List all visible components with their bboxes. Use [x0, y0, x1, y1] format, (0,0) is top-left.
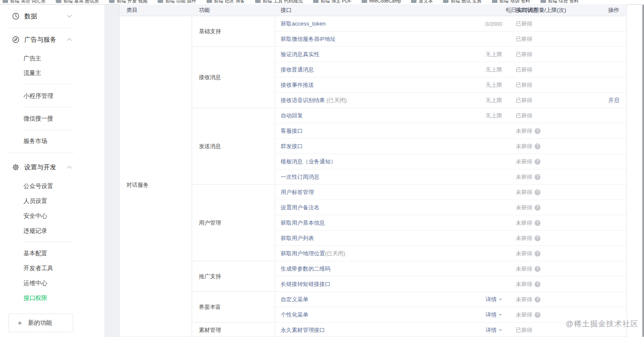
api-link[interactable]: 设置用户备注名: [281, 204, 319, 211]
table-row: 一次性订阅消息未获得?: [275, 169, 627, 185]
bookmark-label: 前端 开发 视频: [117, 0, 147, 4]
sidebar-item-violation-records[interactable]: 违规记录: [0, 226, 104, 236]
api-link[interactable]: 获取access_token: [281, 20, 326, 28]
bookmark-item[interactable]: 前端 基英 面试类: [56, 0, 99, 4]
bookmark-item[interactable]: 前端 开发 视频: [109, 0, 147, 4]
sidebar-item-mini-program-management[interactable]: 小程序管理: [0, 91, 104, 101]
bookmark-item[interactable]: 前端 工具 代码规范: [255, 0, 303, 4]
sidebar-item-staff-settings[interactable]: 人员设置: [0, 197, 104, 206]
bookmark-item[interactable]: 前端 社区 博客: [207, 0, 245, 4]
sidebar-item-wechat-search[interactable]: 微信搜一搜: [0, 114, 104, 123]
detail-dropdown[interactable]: 详情: [486, 296, 502, 303]
status-text: 未获得: [516, 219, 532, 227]
table-row: 自动回复无上限已获得: [275, 108, 627, 123]
bookmark-label: 前端 综合 资料: [548, 0, 579, 4]
api-link[interactable]: 生成带参数的二维码: [281, 265, 331, 273]
api-link[interactable]: 自动回复: [281, 112, 303, 120]
sidebar-section-data[interactable]: 数据: [0, 11, 104, 21]
help-icon[interactable]: ?: [535, 235, 540, 241]
api-link[interactable]: 用户标签管理: [281, 188, 314, 196]
table-header-row: 类目 功能 接口 每日实时调用量/上限(次)? 接口状态 操作: [120, 4, 627, 16]
api-name: 长链接转短链接接口: [281, 281, 331, 287]
api-link[interactable]: 验证消息真实性: [281, 51, 319, 58]
plus-icon: ＋: [16, 319, 23, 326]
bookmark-item[interactable]: 前端 博主 PDF: [313, 0, 351, 4]
caret-down-icon: [499, 314, 502, 317]
api-link[interactable]: 获取微信服务器IP地址: [281, 35, 336, 43]
api-link[interactable]: 自定义菜单: [281, 296, 308, 303]
sidebar-item-ops-center[interactable]: 运维中心: [0, 279, 104, 288]
table-row: 设置用户备注名未获得?: [275, 200, 627, 215]
folder-icon: [255, 0, 261, 3]
api-link[interactable]: 接收事件推送: [281, 81, 314, 89]
api-link[interactable]: 获取用户列表: [281, 234, 314, 242]
table-row: 模板消息（业务通知）未获得?: [275, 154, 627, 169]
api-link[interactable]: 获取用户基本信息: [281, 219, 325, 227]
api-name: 获取用户基本信息: [281, 220, 325, 226]
api-name: 获取用户列表: [281, 235, 314, 241]
sidebar-item-service-market[interactable]: 服务市场: [0, 137, 104, 146]
api-closed-suffix: (已关闭): [325, 97, 347, 103]
help-icon[interactable]: ?: [535, 281, 540, 287]
bookmark-item[interactable]: 前端 综合 资料: [540, 0, 579, 4]
api-link[interactable]: 一次性订阅消息: [281, 173, 319, 181]
bookmark-item[interactable]: 前端 功能 插件: [158, 0, 196, 4]
help-icon[interactable]: ?: [535, 189, 540, 195]
detail-dropdown[interactable]: 详情: [486, 311, 502, 319]
bookmark-item[interactable]: 前端 培训 资料: [492, 0, 530, 4]
api-link[interactable]: 接收语音识别结果 (已关闭): [281, 97, 347, 104]
help-icon[interactable]: ?: [535, 128, 540, 134]
sidebar-item-traffic-owner[interactable]: 流量主: [0, 69, 104, 78]
enable-link[interactable]: 开启: [608, 97, 619, 104]
help-icon[interactable]: ?: [535, 205, 540, 211]
sidebar-divider: [23, 84, 74, 84]
bookmark-label: 前端 英语 词汇类: [10, 0, 46, 4]
detail-dropdown[interactable]: 详情: [486, 326, 502, 334]
folder-icon: [207, 0, 212, 3]
bookmark-item[interactable]: freeCodeCamp: [362, 0, 401, 4]
api-link[interactable]: 接收普通消息: [281, 66, 314, 74]
api-name: 自定义菜单: [281, 296, 308, 303]
sidebar-section-settings-dev[interactable]: 设置与开发: [0, 162, 104, 172]
table-row: 获取用户列表未获得?: [275, 231, 627, 246]
help-icon[interactable]: ?: [507, 7, 513, 13]
status-text: 已获得: [516, 51, 532, 58]
sidebar-item-account-settings[interactable]: 公众号设置: [0, 182, 104, 191]
api-link[interactable]: 群发接口: [281, 143, 303, 150]
bookmark-item[interactable]: 前端 英语 词汇类: [3, 0, 46, 4]
bookmark-label: freeCodeCamp: [369, 0, 401, 3]
new-feature-button[interactable]: ＋新的功能: [9, 314, 73, 332]
bookmark-label: 前端 培训 资料: [500, 0, 530, 4]
sidebar-item-api-permission[interactable]: 接口权限: [0, 294, 104, 303]
table-row: 客服接口未获得?: [275, 123, 627, 139]
function-column: 基础支持接收消息发送消息用户管理推广支持界面丰富素材管理: [192, 16, 275, 337]
api-link[interactable]: 长链接转短链接接口: [281, 280, 331, 288]
help-icon[interactable]: ?: [535, 251, 540, 257]
status-text: 未获得: [516, 234, 532, 242]
bookmark-item[interactable]: 前端 面试 宝典: [443, 0, 481, 4]
help-icon[interactable]: ?: [535, 266, 540, 272]
help-icon[interactable]: ?: [535, 220, 540, 226]
api-link[interactable]: 永久素材管理接口: [281, 326, 325, 334]
status-badge: 未获得?: [516, 265, 540, 273]
help-icon[interactable]: ?: [535, 159, 540, 165]
api-link[interactable]: 个性化菜单: [281, 311, 308, 319]
api-link[interactable]: 获取用户地理位置(已关闭): [281, 250, 345, 257]
sidebar-item-security-center[interactable]: 安全中心: [0, 211, 104, 221]
status-badge: 未获得?: [516, 173, 540, 181]
detail-label: 详情: [486, 296, 497, 303]
help-icon[interactable]: ?: [535, 174, 540, 180]
help-icon[interactable]: ?: [535, 312, 540, 318]
bookmark-item[interactable]: 富文本: [411, 0, 433, 4]
help-icon[interactable]: ?: [535, 297, 540, 303]
status-badge: 未获得?: [516, 188, 540, 196]
sidebar-item-basic-config[interactable]: 基本配置: [0, 249, 104, 258]
api-link[interactable]: 客服接口: [281, 127, 303, 135]
vertical-scrollbar[interactable]: [642, 5, 644, 337]
api-link[interactable]: 模板消息（业务通知）: [281, 158, 336, 166]
sidebar-section-ads-services[interactable]: 广告与服务: [0, 34, 104, 45]
sidebar-item-advertiser[interactable]: 广告主: [0, 54, 104, 63]
help-icon[interactable]: ?: [535, 143, 540, 149]
status-badge: 已获得: [516, 81, 532, 89]
sidebar-item-developer-tools[interactable]: 开发者工具: [0, 264, 104, 273]
